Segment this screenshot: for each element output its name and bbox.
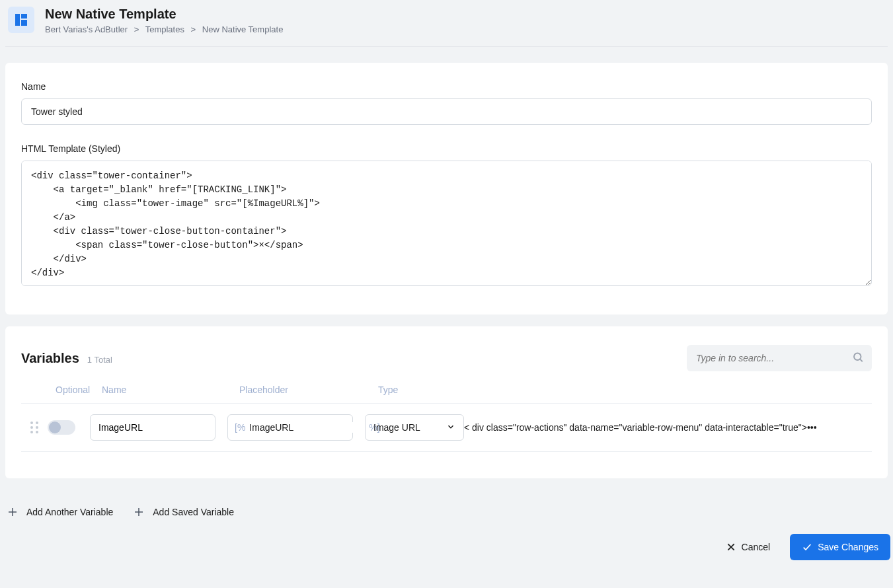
- cancel-button[interactable]: Cancel: [714, 534, 783, 560]
- add-saved-label: Add Saved Variable: [153, 507, 234, 517]
- variables-search-input[interactable]: [687, 345, 872, 371]
- svg-rect-2: [21, 20, 27, 26]
- add-another-variable-button[interactable]: Add Another Variable: [5, 503, 113, 521]
- template-icon: [8, 7, 34, 33]
- column-placeholder: Placeholder: [239, 385, 378, 395]
- svg-point-10: [36, 431, 38, 433]
- svg-point-3: [854, 353, 861, 361]
- variable-placeholder-input[interactable]: [% %]: [227, 414, 353, 441]
- page-header: New Native Template Bert Varias's AdButl…: [5, 4, 888, 47]
- template-form-card: Name HTML Template (Styled) <div class="…: [5, 63, 888, 314]
- name-input[interactable]: [21, 98, 872, 125]
- column-optional: Optional: [56, 385, 102, 395]
- html-template-textarea[interactable]: <div class="tower-container"> <a target=…: [21, 161, 872, 286]
- variables-card: Variables 1 Total Optional Name Placehol…: [5, 326, 888, 478]
- svg-point-9: [30, 431, 33, 433]
- breadcrumb: Bert Varias's AdButler > Templates > New…: [45, 24, 283, 34]
- variables-title: Variables: [21, 351, 79, 366]
- svg-point-7: [30, 426, 33, 429]
- save-button[interactable]: Save Changes: [790, 534, 890, 560]
- svg-line-4: [860, 359, 862, 361]
- chevron-down-icon: [446, 422, 455, 433]
- page-title: New Native Template: [45, 7, 283, 22]
- svg-point-8: [36, 426, 38, 429]
- search-icon: [852, 351, 864, 365]
- plus-icon: [132, 505, 146, 519]
- svg-point-5: [30, 422, 33, 424]
- breadcrumb-root[interactable]: Bert Varias's AdButler: [45, 24, 128, 34]
- html-template-label: HTML Template (Styled): [21, 143, 872, 154]
- breadcrumb-templates[interactable]: Templates: [145, 24, 184, 34]
- close-icon: [726, 542, 736, 552]
- variable-name-input[interactable]: [90, 414, 215, 441]
- svg-rect-0: [15, 14, 20, 26]
- page-footer: Cancel Save Changes: [0, 534, 893, 560]
- drag-handle-icon[interactable]: [21, 421, 48, 434]
- column-type: Type: [378, 385, 872, 395]
- svg-rect-1: [21, 14, 27, 18]
- column-name: Name: [102, 385, 239, 395]
- variable-type-value: Image URL: [373, 422, 420, 433]
- cancel-label: Cancel: [742, 542, 771, 552]
- variables-count: 1 Total: [87, 355, 112, 365]
- placeholder-value-input[interactable]: [249, 422, 365, 433]
- chevron-right-icon: >: [134, 24, 139, 34]
- add-saved-variable-button[interactable]: Add Saved Variable: [132, 503, 234, 521]
- variable-type-select[interactable]: Image URL: [365, 414, 464, 441]
- placeholder-prefix: [%: [235, 422, 245, 433]
- check-icon: [802, 542, 812, 552]
- breadcrumb-current: New Native Template: [202, 24, 284, 34]
- name-label: Name: [21, 81, 872, 92]
- plus-icon: [5, 505, 20, 519]
- variables-column-headers: Optional Name Placeholder Type: [21, 385, 872, 403]
- svg-point-6: [36, 422, 38, 424]
- optional-toggle[interactable]: [48, 420, 75, 435]
- save-label: Save Changes: [818, 542, 878, 552]
- chevron-right-icon: >: [191, 24, 196, 34]
- variable-row: [% %] Image URL < div class="row-actions…: [21, 403, 872, 452]
- add-another-label: Add Another Variable: [26, 507, 113, 517]
